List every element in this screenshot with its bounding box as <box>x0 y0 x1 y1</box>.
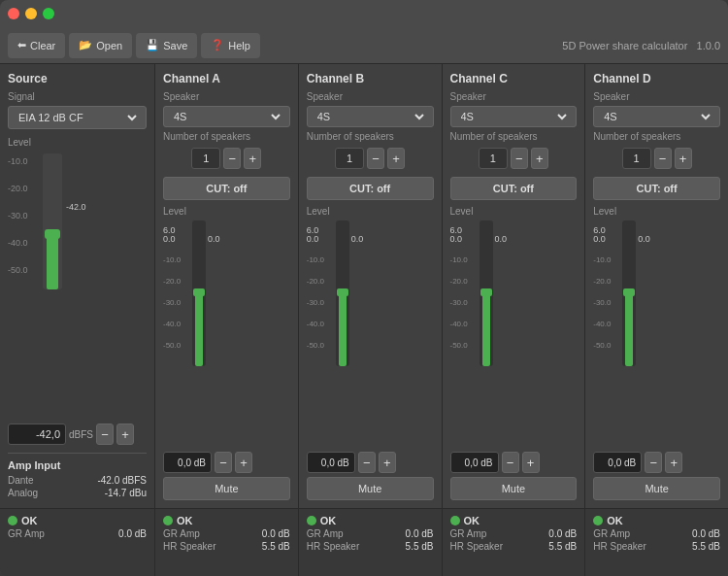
ch-b-speaker-select[interactable]: 4S <box>307 106 434 127</box>
ch-b-num-display: 1 <box>335 148 364 169</box>
ch-a-mute-btn[interactable]: Mute <box>163 477 290 500</box>
source-panel: Source Signal EIA 12 dB CF Level -10.0 -… <box>0 64 155 508</box>
ch-c-speaker-select[interactable]: 4S <box>450 106 578 127</box>
ch-c-fader-fill <box>482 293 490 366</box>
level-scale: -10.0 -20.0 -30.0 -40.0 -50.0 <box>8 153 39 416</box>
ch-d-num-speakers-label: Number of speakers <box>593 131 720 142</box>
ch-a-cut-btn[interactable]: CUT: off <box>163 177 290 200</box>
ch-d-fader-handle[interactable] <box>623 288 635 296</box>
help-label: Help <box>228 40 250 51</box>
ch-d-speaker-label: Speaker <box>593 91 720 102</box>
ch-b-fader-area: 6.0 0.0 -10.0 -20.0 -30.0 -40.0 -50.0 <box>307 220 434 444</box>
open-button[interactable]: 📂 Open <box>69 33 132 58</box>
level-value-display: -42,0 <box>8 424 66 445</box>
channel-d-panel: Channel D Speaker 4S Number of speakers … <box>585 64 728 508</box>
ch-c-num-increase[interactable]: + <box>531 148 548 169</box>
ch-b-speaker-select-input[interactable]: 4S <box>314 110 427 123</box>
ch-a-gr-amp-label: GR Amp <box>163 528 200 539</box>
level-fader-fill <box>47 236 58 289</box>
ch-b-db-increase[interactable]: + <box>379 452 396 473</box>
app-title: 5D Power share calculator 1.0.0 <box>562 40 720 51</box>
ch-b-fader-handle[interactable] <box>337 288 348 296</box>
ch-b-cut-btn[interactable]: CUT: off <box>307 177 434 200</box>
ch-c-db-increase[interactable]: + <box>522 452 540 473</box>
ch-d-speaker-select-input[interactable]: 4S <box>600 110 713 123</box>
ch-d-speaker-select[interactable]: 4S <box>593 106 720 127</box>
ch-a-fader-area: 6.0 0.0 -10.0 -20.0 -30.0 -40.0 -50.0 <box>163 220 290 444</box>
ch-b-hr-speaker-row: HR Speaker 5.5 dB <box>307 541 434 552</box>
ch-d-fader-area: 6.0 0.0 -10.0 -20.0 -30.0 -40.0 -50.0 <box>593 220 720 444</box>
ch-d-level-label: Level <box>593 206 720 217</box>
ch-b-speaker-label: Speaker <box>307 91 434 102</box>
ch-b-num-increase[interactable]: + <box>387 148 405 169</box>
amp-input-section: Amp Input Dante -42.0 dBFS Analog -14.7 … <box>8 453 147 500</box>
signal-select-input[interactable]: EIA 12 dB CF <box>15 111 140 124</box>
ch-a-num-increase[interactable]: + <box>244 148 261 169</box>
ch-d-db-decrease[interactable]: − <box>645 452 662 473</box>
ch-b-status-panel: OK GR Amp 0.0 dB HR Speaker 5.5 dB <box>299 509 443 576</box>
ch-b-num-decrease[interactable]: − <box>367 148 384 169</box>
ch-c-speaker-label: Speaker <box>450 91 578 102</box>
source-status-panel: OK GR Amp 0.0 dB <box>0 509 155 576</box>
save-button[interactable]: 💾 Save <box>136 33 197 58</box>
channel-b-title: Channel B <box>307 72 434 85</box>
ch-c-fader-handle[interactable] <box>480 288 492 296</box>
clear-button[interactable]: ⬅ Clear <box>8 33 65 58</box>
ch-d-status-panel: OK GR Amp 0.0 dB HR Speaker 5.5 dB <box>585 509 728 576</box>
ch-a-fader-handle[interactable] <box>193 288 205 296</box>
ch-d-fader-track[interactable] <box>622 220 636 366</box>
ch-b-gr-amp-label: GR Amp <box>307 528 344 539</box>
level-increase-btn[interactable]: + <box>116 424 134 445</box>
level-decrease-btn[interactable]: − <box>96 424 114 445</box>
ch-d-num-increase[interactable]: + <box>675 148 692 169</box>
ch-b-fader-track[interactable] <box>336 220 349 366</box>
ch-c-db-decrease[interactable]: − <box>502 452 519 473</box>
ch-a-hr-speaker-value: 5.5 dB <box>262 541 290 552</box>
ch-c-speaker-select-input[interactable]: 4S <box>457 110 571 123</box>
open-icon: 📂 <box>79 39 92 51</box>
ch-b-level-label: Level <box>307 206 434 217</box>
analog-value: -14.7 dBu <box>105 488 147 498</box>
ch-c-gr-amp-label: GR Amp <box>450 528 487 539</box>
close-button[interactable] <box>8 8 19 19</box>
ch-d-scale: 6.0 0.0 -10.0 -20.0 -30.0 -40.0 -50.0 <box>593 220 620 444</box>
ch-a-fader-track[interactable] <box>192 220 206 366</box>
level-fader-track[interactable] <box>43 153 62 289</box>
ch-c-cut-btn[interactable]: CUT: off <box>450 177 578 200</box>
status-bar: OK GR Amp 0.0 dB OK GR Amp 0.0 dB HR Spe… <box>0 508 728 576</box>
dante-row: Dante -42.0 dBFS <box>8 475 147 486</box>
ch-b-fader-fill <box>339 293 347 366</box>
ch-c-mute-btn[interactable]: Mute <box>450 477 578 500</box>
ch-a-speaker-select[interactable]: 4S <box>163 106 290 127</box>
level-value-row: -42,0 dBFS − + <box>8 424 147 445</box>
ch-d-cut-btn[interactable]: CUT: off <box>593 177 720 200</box>
ch-a-db-increase[interactable]: + <box>235 452 252 473</box>
ch-a-speaker-select-input[interactable]: 4S <box>170 110 283 123</box>
help-button[interactable]: ❓ Help <box>201 33 260 58</box>
save-icon: 💾 <box>146 39 159 51</box>
ch-a-gr-amp-value: 0.0 dB <box>262 528 290 539</box>
ch-a-status-ok: OK <box>163 515 290 526</box>
ch-a-num-decrease[interactable]: − <box>223 148 241 169</box>
ch-c-gr-amp-row: GR Amp 0.0 dB <box>450 528 578 539</box>
ch-c-scale: 6.0 0.0 -10.0 -20.0 -30.0 -40.0 -50.0 <box>450 220 478 444</box>
ch-b-gr-amp-value: 0.0 dB <box>406 528 434 539</box>
ch-b-gr-amp-row: GR Amp 0.0 dB <box>307 528 434 539</box>
ch-d-db-increase[interactable]: + <box>665 452 682 473</box>
signal-select[interactable]: EIA 12 dB CF <box>8 106 147 129</box>
channel-c-panel: Channel C Speaker 4S Number of speakers … <box>443 64 586 508</box>
ch-c-status-ok: OK <box>450 515 578 526</box>
ch-c-fader-track[interactable] <box>480 220 493 366</box>
clear-label: Clear <box>30 40 55 51</box>
ch-c-num-decrease[interactable]: − <box>511 148 528 169</box>
ch-b-db-decrease[interactable]: − <box>358 452 376 473</box>
ch-d-num-decrease[interactable]: − <box>654 148 672 169</box>
maximize-button[interactable] <box>43 8 54 19</box>
ch-a-value-display: 0,0 dB <box>163 452 212 473</box>
minimize-button[interactable] <box>25 8 37 19</box>
ch-b-mute-btn[interactable]: Mute <box>307 477 434 500</box>
ch-d-mute-btn[interactable]: Mute <box>593 477 720 500</box>
ch-d-gr-amp-row: GR Amp 0.0 dB <box>593 528 720 539</box>
ch-a-db-decrease[interactable]: − <box>215 452 232 473</box>
level-fader-handle[interactable] <box>45 229 60 239</box>
